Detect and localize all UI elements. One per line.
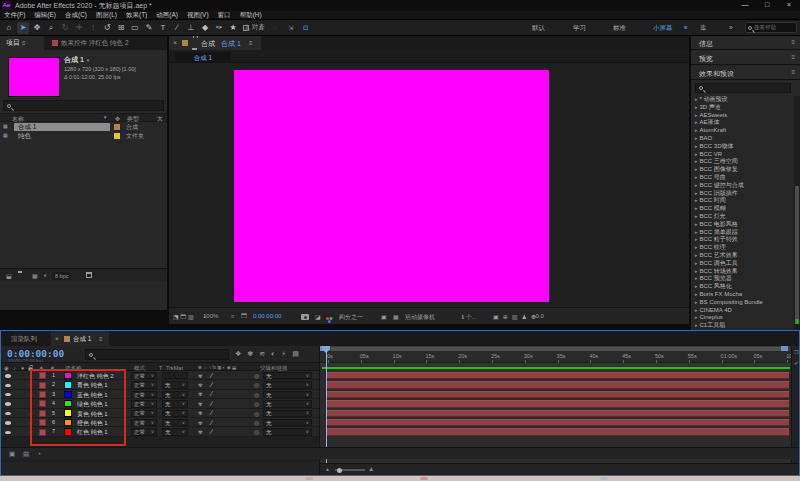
panel-menu-icon[interactable]: ≡ [791,54,795,60]
workspace-tab[interactable]: 默认 [532,24,545,33]
trkmat-dropdown[interactable]: 无∨ [162,410,188,417]
blend-mode-dropdown[interactable]: 正常∨ [131,419,157,426]
parent-dropdown[interactable]: 无∨ [263,372,312,379]
expand-arrow-icon[interactable]: ▸ [695,135,698,141]
parent-dropdown[interactable]: 无∨ [263,400,312,407]
workspace-tab[interactable]: 标准 [613,24,626,33]
bit-depth-badge[interactable]: 8 bpc [52,272,71,280]
panel-menu-icon[interactable]: ≡ [99,336,103,342]
time-pane-icon[interactable]: ◔ [37,450,41,457]
eye-icon[interactable] [5,393,11,396]
workspace-overflow-icon[interactable]: » [729,24,733,31]
expand-arrow-icon[interactable]: ▸ [695,182,698,188]
trash-icon[interactable] [86,272,92,278]
blend-mode-dropdown[interactable]: 正常∨ [131,372,157,379]
expand-arrow-icon[interactable]: ▸ [695,260,698,266]
quality-switch-icon[interactable]: ∕ [211,428,212,435]
tool-icon[interactable]: ✥ [31,22,43,34]
effects-scrollbar[interactable] [794,96,800,330]
chevron-down-icon[interactable]: ▼ [86,58,90,63]
snap-icon[interactable]: ⊡ [303,24,308,32]
tab-effect-controls[interactable]: 效果控件 洋红色 纯色 2 [61,39,129,48]
item-name[interactable]: 合成 1 [14,123,110,131]
blend-mode-dropdown[interactable]: 正常∨ [131,400,157,407]
expand-arrow-icon[interactable]: ▸ [695,229,698,235]
expand-arrow-icon[interactable]: ▸ [695,221,698,227]
time-ruler[interactable]: 0s 05s 10s 15s 20s 25s 30s 35s [320,351,799,363]
tool-icon[interactable]: ✛ [73,22,85,34]
show-snapshot-icon[interactable]: ◪ [315,313,321,320]
shy-switch-icon[interactable]: ✾ [198,401,203,407]
parent-dropdown[interactable]: 无∨ [263,428,312,435]
tool-icon[interactable]: T [157,22,169,34]
tool-icon[interactable]: ⌂ [3,22,15,34]
trkmat-dropdown[interactable]: 无∨ [162,391,188,398]
panel-menu-icon[interactable]: ≡ [791,69,795,75]
viewer-toolbar-icon[interactable]: ♟ [521,313,526,320]
viewer-toolbar-icon[interactable]: ⊕ [503,313,508,320]
panel-menu-icon[interactable]: ≡ [22,40,26,46]
tab-comp-timeline[interactable]: × 合成 1 ≡ [51,331,109,346]
expand-arrow-icon[interactable]: ▸ [695,119,698,125]
quality-switch-icon[interactable]: ∕ [211,381,212,388]
sort-arrow-icon[interactable]: ▼ [103,115,107,120]
pick-whip-icon[interactable]: ◎ [254,419,259,426]
trkmat-dropdown[interactable]: 无∨ [162,381,188,388]
tool-icon[interactable]: ⌕ [45,22,57,34]
expand-arrow-icon[interactable]: ▸ [695,127,698,133]
expand-pane-icon[interactable]: ▣ [9,450,15,458]
trkmat-dropdown[interactable]: 无∨ [162,428,188,435]
pick-whip-icon[interactable]: ◎ [254,391,259,398]
effect-category-item[interactable]: ▸AE液体 [691,119,794,127]
trkmat-dropdown[interactable]: ∨ [162,372,188,379]
expand-arrow-icon[interactable]: ▸ [695,275,698,281]
comp-marker-icon[interactable]: ❒ [794,349,798,355]
parent-dropdown[interactable]: 无∨ [263,391,312,398]
blend-mode-dropdown[interactable]: 正常∨ [131,391,157,398]
viewer-toolbar-icon[interactable]: ▣ [493,313,499,320]
panel-menu-icon[interactable]: ≡ [249,40,253,46]
label-chip[interactable] [114,133,120,139]
trkmat-dropdown[interactable]: 无∨ [162,419,188,426]
blend-mode-dropdown[interactable]: 正常∨ [131,381,157,388]
quality-switch-icon[interactable]: ∕ [211,372,212,379]
effect-category-item[interactable]: ▸BCC 纹理 [691,244,794,252]
effect-category-item[interactable]: ▸BCC 灯光 [691,213,794,221]
effect-category-item[interactable]: ▸CINEMA 4D [691,307,794,315]
viewer-canvas[interactable] [169,63,689,307]
shy-switch-icon[interactable]: ✾ [198,391,203,397]
effect-category-item[interactable]: ▸Boris FX Mocha [691,291,794,299]
effect-category-item[interactable]: ▸BAO [691,135,794,143]
snapshot-camera-icon[interactable] [301,314,309,321]
expand-arrow-icon[interactable]: ▸ [695,322,698,328]
effect-category-item[interactable]: ▸3D 声道 [691,104,794,112]
tool-icon[interactable]: ➤ [17,22,29,34]
expand-arrow-icon[interactable]: ▸ [695,291,698,297]
align-checkbox[interactable] [243,25,249,31]
effect-category-item[interactable]: ▸BCC 3D物体 [691,143,794,151]
blend-mode-dropdown[interactable]: 正常∨ [131,428,157,435]
maximize-button[interactable]: □ [760,0,774,10]
project-row[interactable]: ▦ 合成 1 合成 [0,122,167,131]
menu-item[interactable]: 视图(V) [187,11,209,20]
effect-category-item[interactable]: ▸C1工具箱 [691,322,794,330]
pick-whip-icon[interactable]: ◎ [254,410,259,417]
expand-arrow-icon[interactable]: ▸ [695,174,698,180]
workspace-tab[interactable]: 学习 [573,24,586,33]
quality-switch-icon[interactable]: ∕ [211,400,212,407]
close-button[interactable]: × [782,0,796,10]
expand-arrow-icon[interactable]: ▸ [695,151,698,157]
effect-category-item[interactable]: ▸Cineplus [691,314,794,322]
magenta-composition[interactable] [234,70,549,302]
layer-duration-bar[interactable] [326,419,789,426]
effect-category-item[interactable]: ▸BCC 电影风格 [691,221,794,229]
expand-arrow-icon[interactable]: ▸ [695,314,698,320]
panel-info[interactable]: 信息 ≡ [691,36,800,50]
effect-category-item[interactable]: ▸* 动画预设 [691,96,794,104]
menu-item[interactable]: 帮助(H) [240,11,262,20]
expand-arrow-icon[interactable]: ▸ [695,283,698,289]
layer-duration-bar[interactable] [326,428,789,435]
menu-item[interactable]: 窗口 [218,11,231,20]
project-row[interactable]: ▦ 纯色 文件夹 [0,131,167,140]
item-name[interactable]: 纯色 [14,132,110,140]
